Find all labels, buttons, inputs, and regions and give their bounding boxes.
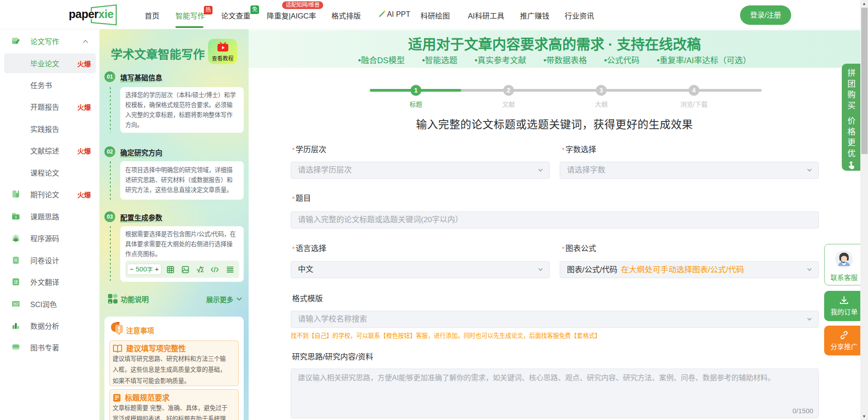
svg-text:SCI: SCI (13, 302, 19, 306)
svg-text:译: 译 (14, 280, 18, 285)
